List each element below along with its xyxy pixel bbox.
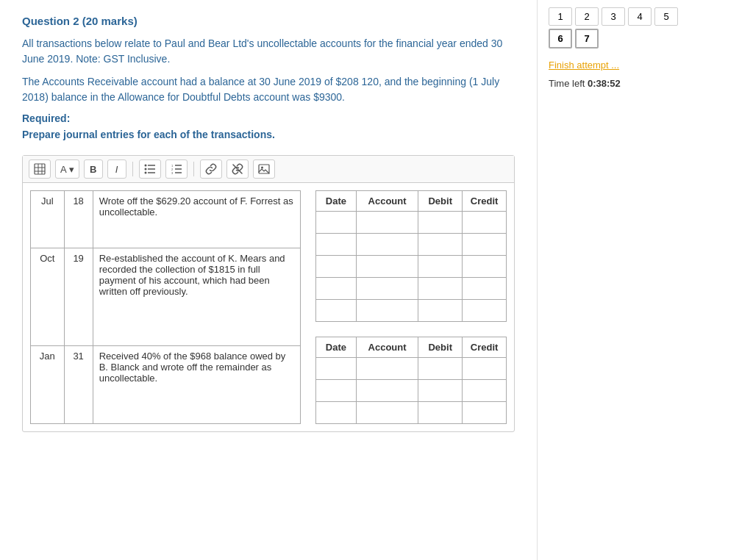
bold-button[interactable]: B bbox=[84, 159, 103, 179]
unlink-button[interactable] bbox=[226, 159, 249, 179]
journal-date-cell[interactable] bbox=[316, 300, 357, 322]
journal-debit-cell[interactable] bbox=[418, 358, 463, 380]
day-cell: 19 bbox=[64, 248, 93, 346]
journal-row[interactable] bbox=[316, 278, 507, 300]
journal-header-credit: Credit bbox=[463, 191, 507, 212]
journal-credit-cell[interactable] bbox=[463, 380, 507, 402]
table-button[interactable] bbox=[29, 159, 51, 179]
journal-area: Date Account Debit Credit bbox=[315, 190, 507, 424]
journal-header-account: Account bbox=[356, 191, 418, 212]
journal-table-2: Date Account Debit Credit bbox=[315, 337, 507, 424]
time-left-label: Time left bbox=[549, 78, 585, 89]
journal-header-credit2: Credit bbox=[463, 337, 507, 358]
finish-attempt-link[interactable]: Finish attempt ... bbox=[549, 60, 695, 71]
journal-credit-cell[interactable] bbox=[463, 278, 507, 300]
journal-row[interactable] bbox=[316, 256, 507, 278]
journal-debit-cell[interactable] bbox=[418, 402, 463, 424]
nav-buttons-area: 1 2 3 4 5 6 7 bbox=[549, 7, 695, 49]
journal-account-cell[interactable] bbox=[356, 212, 418, 234]
journal-account-cell[interactable] bbox=[356, 300, 418, 322]
nav-btn-3[interactable]: 3 bbox=[602, 7, 625, 26]
time-left-display: Time left 0:38:52 bbox=[549, 78, 695, 89]
journal-account-cell[interactable] bbox=[356, 402, 418, 424]
journal-header-debit2: Debit bbox=[418, 337, 463, 358]
journal-account-cell[interactable] bbox=[356, 358, 418, 380]
table-row: Jul 18 Wrote off the $629.20 account of … bbox=[31, 191, 301, 248]
journal-date-cell[interactable] bbox=[316, 380, 357, 402]
journal-header-debit: Debit bbox=[418, 191, 463, 212]
journal-account-cell[interactable] bbox=[356, 278, 418, 300]
journal-debit-cell[interactable] bbox=[418, 278, 463, 300]
svg-rect-0 bbox=[35, 164, 45, 174]
nav-btn-4[interactable]: 4 bbox=[628, 7, 652, 26]
link-button[interactable] bbox=[200, 159, 222, 179]
journal-row[interactable] bbox=[316, 358, 507, 380]
question-body2: The Accounts Receivable account had a ba… bbox=[22, 74, 515, 105]
sidebar: 1 2 3 4 5 6 7 Finish attempt ... Time le… bbox=[537, 0, 706, 560]
journal-date-cell[interactable] bbox=[316, 358, 357, 380]
image-button[interactable] bbox=[253, 159, 275, 179]
journal-table-1: Date Account Debit Credit bbox=[315, 190, 507, 322]
svg-point-8 bbox=[144, 165, 146, 167]
svg-point-19 bbox=[261, 167, 263, 169]
nav-btn-2[interactable]: 2 bbox=[575, 7, 599, 26]
journal-credit-cell[interactable] bbox=[463, 402, 507, 424]
journal-row[interactable] bbox=[316, 402, 507, 424]
journal-credit-cell[interactable] bbox=[463, 212, 507, 234]
transactions-table: Jul 18 Wrote off the $629.20 account of … bbox=[30, 190, 301, 424]
question-title: Question 2 (20 marks) bbox=[22, 15, 515, 27]
nav-btn-6[interactable]: 6 bbox=[549, 29, 572, 49]
svg-point-10 bbox=[144, 172, 146, 174]
journal-debit-cell[interactable] bbox=[418, 234, 463, 256]
journal-account-cell[interactable] bbox=[356, 256, 418, 278]
month-cell: Oct bbox=[31, 248, 65, 346]
journal-credit-cell[interactable] bbox=[463, 234, 507, 256]
journal-debit-cell[interactable] bbox=[418, 300, 463, 322]
prepare-label: Prepare journal entries for each of the … bbox=[22, 129, 515, 140]
journal-header-date2: Date bbox=[316, 337, 357, 358]
editor-content: Jul 18 Wrote off the $629.20 account of … bbox=[23, 183, 514, 431]
ordered-list-button[interactable]: 123 bbox=[165, 159, 188, 179]
nav-btn-7[interactable]: 7 bbox=[575, 29, 599, 49]
journal-header-date: Date bbox=[316, 191, 357, 212]
journal-date-cell[interactable] bbox=[316, 234, 357, 256]
journal-credit-cell[interactable] bbox=[463, 358, 507, 380]
table-row: Jan 31 Received 40% of the $968 balance … bbox=[31, 346, 301, 424]
day-cell: 31 bbox=[64, 346, 93, 424]
journal-row[interactable] bbox=[316, 380, 507, 402]
month-cell: Jan bbox=[31, 346, 65, 424]
journal-debit-cell[interactable] bbox=[418, 380, 463, 402]
journal-row[interactable] bbox=[316, 212, 507, 234]
journal-credit-cell[interactable] bbox=[463, 300, 507, 322]
journal-debit-cell[interactable] bbox=[418, 256, 463, 278]
font-group: A ▾ bbox=[55, 159, 79, 179]
journal-header-account2: Account bbox=[356, 337, 418, 358]
required-label: Required: bbox=[22, 112, 515, 124]
italic-button[interactable]: I bbox=[107, 159, 126, 179]
day-cell: 18 bbox=[64, 191, 93, 248]
table-row: Oct 19 Re-established the account of K. … bbox=[31, 248, 301, 346]
svg-point-9 bbox=[144, 168, 146, 170]
bullet-list-button[interactable] bbox=[139, 159, 161, 179]
journal-date-cell[interactable] bbox=[316, 256, 357, 278]
journal-debit-cell[interactable] bbox=[418, 212, 463, 234]
journal-account-cell[interactable] bbox=[356, 380, 418, 402]
journal-date-cell[interactable] bbox=[316, 278, 357, 300]
journal-date-cell[interactable] bbox=[316, 402, 357, 424]
question-body1: All transactions below relate to Paul an… bbox=[22, 36, 515, 67]
time-left-value: 0:38:52 bbox=[588, 78, 621, 89]
journal-credit-cell[interactable] bbox=[463, 256, 507, 278]
font-button[interactable]: A ▾ bbox=[55, 159, 79, 179]
svg-text:3: 3 bbox=[171, 171, 174, 174]
separator2 bbox=[193, 162, 194, 176]
nav-btn-5[interactable]: 5 bbox=[654, 7, 678, 26]
desc-cell: Received 40% of the $968 balance owed by… bbox=[93, 346, 300, 424]
month-cell: Jul bbox=[31, 191, 65, 248]
journal-row[interactable] bbox=[316, 234, 507, 256]
nav-btn-1[interactable]: 1 bbox=[549, 7, 572, 26]
desc-cell: Re-established the account of K. Mears a… bbox=[93, 248, 300, 346]
desc-cell: Wrote off the $629.20 account of F. Forr… bbox=[93, 191, 300, 248]
journal-account-cell[interactable] bbox=[356, 234, 418, 256]
journal-row[interactable] bbox=[316, 300, 507, 322]
journal-date-cell[interactable] bbox=[316, 212, 357, 234]
